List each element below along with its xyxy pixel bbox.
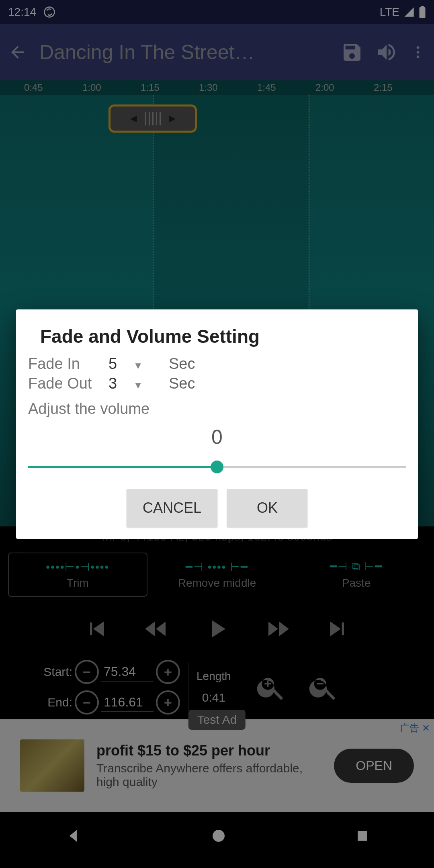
fade-out-unit: Sec [169, 375, 195, 392]
dropdown-icon: ▼ [133, 360, 143, 371]
fade-out-label: Fade Out [28, 375, 100, 392]
volume-slider[interactable] [28, 457, 406, 477]
cancel-button[interactable]: CANCEL [127, 489, 217, 527]
ok-button[interactable]: OK [227, 489, 307, 527]
adjust-volume-label: Adjust the volume [28, 400, 406, 418]
fade-out-select[interactable]: 3 ▼ [104, 375, 153, 392]
slider-thumb[interactable] [211, 461, 223, 473]
dialog-title: Fade and Volume Setting [40, 326, 406, 347]
volume-value: 0 [28, 426, 406, 449]
fade-in-unit: Sec [169, 355, 195, 373]
dropdown-icon: ▼ [133, 380, 143, 391]
fade-in-select[interactable]: 5 ▼ [104, 355, 153, 373]
fade-volume-dialog: Fade and Volume Setting Fade In 5 ▼ Sec … [16, 309, 418, 539]
fade-in-label: Fade In [28, 355, 100, 373]
